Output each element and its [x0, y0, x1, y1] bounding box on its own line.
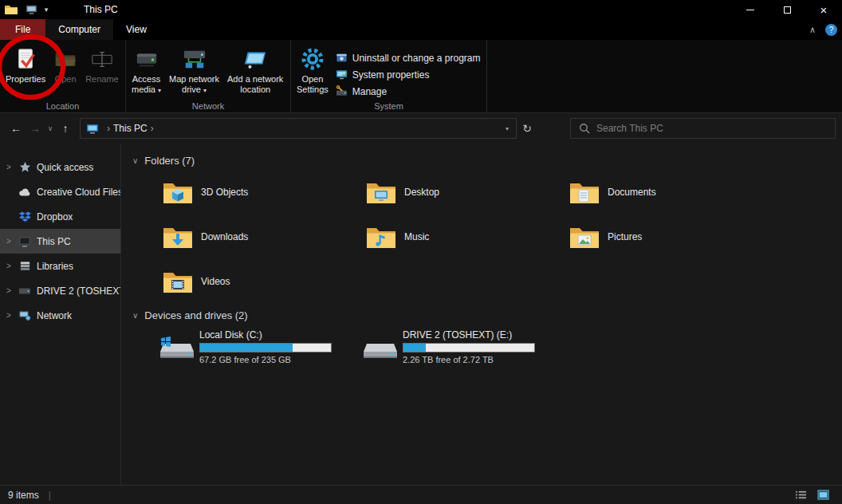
- collapse-ribbon-icon[interactable]: ∧: [809, 25, 816, 35]
- minimize-button[interactable]: [732, 0, 769, 19]
- local-disk-icon: [158, 336, 195, 363]
- drive-usage-fill: [200, 344, 293, 352]
- status-bar: 9 items |: [0, 485, 842, 504]
- address-bar[interactable]: › This PC › ▾: [80, 118, 517, 139]
- uninstall-icon: [336, 52, 348, 64]
- rename-button[interactable]: Rename: [81, 40, 123, 85]
- manage-icon: [336, 85, 348, 97]
- system-properties-button[interactable]: System properties: [332, 66, 484, 83]
- properties-button[interactable]: Properties: [2, 40, 49, 85]
- qat-computer-icon[interactable]: [23, 2, 39, 18]
- properties-icon: [14, 45, 37, 73]
- refresh-button[interactable]: ↻: [517, 118, 537, 139]
- folder-tile-pictures[interactable]: Pictures: [569, 219, 761, 254]
- drive-icon: [18, 284, 32, 297]
- expand-chevron-icon[interactable]: >: [5, 262, 13, 270]
- sidebar-item-network[interactable]: > Network: [0, 303, 120, 328]
- ribbon-group-system: Open Settings Uninstall or change a prog…: [291, 40, 487, 112]
- network-drive-icon: [183, 45, 207, 73]
- folder-tile-music[interactable]: Music: [366, 219, 557, 254]
- details-view-button[interactable]: [793, 488, 809, 502]
- add-network-location-button[interactable]: Add a network location: [223, 40, 287, 95]
- close-icon: ×: [820, 3, 828, 17]
- tab-file[interactable]: File: [0, 19, 45, 40]
- expand-chevron-icon[interactable]: >: [5, 311, 13, 320]
- drive-usage-fill: [403, 344, 426, 352]
- open-settings-button[interactable]: Open Settings: [293, 40, 332, 95]
- titlebar: ▾ This PC ×: [0, 0, 842, 19]
- folder-pictures-icon: [569, 225, 600, 249]
- help-icon[interactable]: ?: [825, 24, 837, 36]
- this-pc-monitor-icon: [18, 234, 32, 248]
- quick-access-star-icon: [18, 160, 32, 174]
- drive-tile-drive-2-e[interactable]: DRIVE 2 (TOSHEXT) (E:) 2.26 TB free of 2…: [361, 329, 557, 364]
- expand-chevron-icon[interactable]: >: [5, 163, 13, 171]
- network-location-icon: [243, 45, 267, 73]
- sidebar-item-dropbox[interactable]: Dropbox: [0, 204, 120, 229]
- expand-chevron-icon[interactable]: >: [5, 286, 13, 295]
- close-button[interactable]: ×: [805, 0, 842, 19]
- folders-section-header[interactable]: ∨ Folders (7): [132, 155, 842, 167]
- collapse-chevron-icon[interactable]: ∨: [132, 311, 138, 320]
- settings-gear-icon: [300, 45, 325, 73]
- folder-tile-documents[interactable]: Documents: [569, 175, 761, 209]
- folder-documents-icon: [569, 180, 600, 204]
- manage-button[interactable]: Manage: [332, 83, 484, 100]
- group-label-network: Network: [126, 101, 290, 111]
- sidebar-item-this-pc[interactable]: > This PC: [0, 229, 120, 254]
- forward-button[interactable]: →: [26, 118, 45, 139]
- open-button[interactable]: Open: [49, 40, 81, 85]
- libraries-icon: [18, 259, 32, 273]
- large-icons-view-button[interactable]: [815, 488, 831, 502]
- creative-cloud-icon: [18, 185, 32, 199]
- collapse-chevron-icon[interactable]: ∨: [132, 156, 138, 165]
- file-list-view: ∨ Folders (7) 3D Objects: [121, 144, 842, 485]
- external-drive-icon: [361, 336, 398, 363]
- breadcrumb-this-pc[interactable]: This PC: [113, 123, 148, 134]
- folder-tile-3d-objects[interactable]: 3D Objects: [163, 175, 354, 209]
- sidebar-item-creative-cloud[interactable]: Creative Cloud Files: [0, 179, 120, 204]
- window-title: This PC: [84, 4, 118, 15]
- folder-tile-downloads[interactable]: Downloads: [163, 219, 354, 254]
- devices-section-header[interactable]: ∨ Devices and drives (2): [132, 309, 842, 321]
- search-box: [570, 118, 836, 139]
- drive-usage-bar: [199, 343, 332, 352]
- drives-grid: Local Disk (C:) 67.2 GB free of 235 GB: [158, 329, 842, 364]
- tab-view[interactable]: View: [113, 19, 159, 40]
- group-label-location: Location: [0, 101, 125, 111]
- access-media-button[interactable]: Access media ▾: [128, 40, 165, 96]
- item-count: 9 items: [8, 490, 39, 501]
- tab-computer[interactable]: Computer: [45, 19, 113, 40]
- drive-tile-local-disk-c[interactable]: Local Disk (C:) 67.2 GB free of 235 GB: [158, 329, 353, 364]
- back-button[interactable]: ←: [6, 118, 26, 139]
- folders-grid: 3D Objects Desktop: [163, 175, 842, 298]
- sidebar-item-drive-2[interactable]: > DRIVE 2 (TOSHEXT) (: [0, 278, 120, 303]
- drive-usage-bar: [403, 343, 535, 352]
- ribbon-tabrow: File Computer View ∧ ?: [0, 19, 842, 40]
- search-icon: [579, 123, 590, 134]
- uninstall-program-button[interactable]: Uninstall or change a program: [332, 49, 484, 66]
- folder-3d-objects-icon: [163, 180, 193, 204]
- navigation-pane: > Quick access Creative Cloud Files: [0, 144, 121, 485]
- map-network-drive-button[interactable]: Map network drive ▾: [165, 40, 223, 96]
- system-properties-icon: [336, 69, 348, 81]
- folder-tile-videos[interactable]: Videos: [163, 264, 354, 298]
- qat-dropdown-icon[interactable]: ▾: [41, 6, 52, 14]
- maximize-button[interactable]: [769, 0, 805, 19]
- ribbon: Properties Open: [0, 40, 842, 113]
- network-icon: [18, 309, 32, 322]
- file-explorer-window: ▾ This PC × File Computer View ∧ ?: [0, 0, 842, 504]
- recent-locations-icon[interactable]: ∨: [45, 118, 56, 139]
- expand-chevron-icon[interactable]: >: [5, 237, 13, 246]
- folder-tile-desktop[interactable]: Desktop: [366, 175, 557, 209]
- ribbon-group-location: Properties Open: [0, 40, 126, 112]
- sidebar-item-quick-access[interactable]: > Quick access: [0, 155, 120, 179]
- up-button[interactable]: ↑: [56, 118, 75, 139]
- breadcrumb-chevron-icon[interactable]: ›: [151, 123, 154, 134]
- minimize-icon: [746, 10, 754, 10]
- sidebar-item-libraries[interactable]: > Libraries: [0, 254, 120, 278]
- address-dropdown-icon[interactable]: ▾: [498, 125, 516, 132]
- group-label-system: System: [291, 101, 486, 111]
- search-input[interactable]: [596, 123, 835, 134]
- dropdown-icon: ▾: [158, 87, 161, 94]
